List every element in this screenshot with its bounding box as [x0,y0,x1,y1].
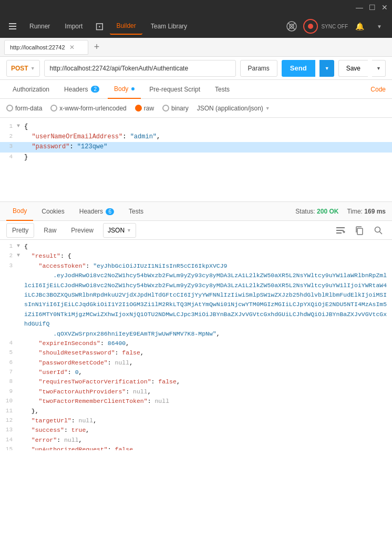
urlencoded-label: x-www-form-urlencoded [59,105,126,112]
code-editor[interactable]: 1 ▼ { 2 "userNameOrEmailAddress": "admin… [0,118,392,202]
new-request-button[interactable]: ⊡ [91,18,108,35]
svg-rect-2 [9,28,16,29]
body-format-bar: form-data x-www-form-urlencoded raw bina… [0,99,392,118]
content-type-dropdown[interactable]: JSON (application/json) ▼ [197,105,270,112]
save-button[interactable]: Save [338,60,368,77]
response-tab-body[interactable]: Body [6,202,33,221]
resp-line-7: 7 "userId": 0, [0,368,392,377]
maximize-button[interactable]: ☐ [369,4,375,11]
content-type-label: JSON (application/json) [197,105,263,112]
urlencoded-option[interactable]: x-www-form-urlencoded [50,105,126,112]
chevron-button[interactable]: ▼ [371,18,388,35]
binary-radio[interactable] [162,105,169,112]
resp-line-12: 12 "targetUrl": null, [0,416,392,426]
satellite-icon-button[interactable] [283,18,300,35]
response-tabs: Body Cookies Headers 6 Tests Status: 200… [0,202,392,221]
tab-close-button[interactable]: ✕ [68,44,76,51]
code-line-3: 3 "password": "123qwe" [0,142,392,152]
url-tab[interactable]: http://localhost:22742 ✕ [4,40,88,55]
runner-label: Runner [29,23,50,30]
sidebar-toggle-button[interactable] [4,18,21,35]
tab-headers[interactable]: Headers 2 [58,80,106,99]
content-type-chevron-icon: ▼ [265,106,270,111]
code-line-2: 2 "userNameOrEmailAddress": "admin", [0,132,392,142]
time-value: 169 ms [364,208,386,215]
request-bar: POST ▼ Params Send ▼ Save ▼ [0,57,392,80]
builder-tab[interactable]: Builder [110,18,142,35]
resp-line-13: 13 "success": true, [0,426,392,435]
bell-button[interactable]: 🔔 [351,18,368,35]
status-value: 200 OK [317,208,338,215]
params-button[interactable]: Params [240,60,277,77]
urlencoded-radio[interactable] [50,105,57,112]
resp-line-15: 15 "unAuthorizedRequest": false, [0,445,392,450]
minimize-button[interactable]: — [356,4,363,11]
fold-1[interactable]: ▼ [17,122,24,132]
response-format-bar: Pretty Raw Preview JSON ▼ [0,221,392,240]
tests-label: Tests [215,86,230,93]
response-headers-label: Headers [79,208,103,215]
team-library-tab[interactable]: Team Library [145,18,193,35]
save-dropdown-button[interactable]: ▼ [372,60,386,77]
line-number-2: 2 [2,132,17,142]
response-body-label: Body [13,207,27,215]
tab-body[interactable]: Body [108,80,141,99]
copy-button[interactable] [352,223,367,238]
runner-button[interactable]: Runner [23,18,56,35]
resp-line-3: 3 "accessToken": "eyJhbGciOiJIUzI1NiIsIn… [0,261,392,339]
sync-area: SYNC OFF 🔔 ▼ [283,18,388,35]
url-input[interactable] [44,60,236,77]
format-preview-button[interactable]: Preview [66,223,99,238]
builder-label: Builder [116,22,136,29]
line-number-3: 3 [2,142,17,152]
response-tests-label: Tests [129,208,143,215]
raw-option[interactable]: raw [135,105,154,112]
import-label: Import [65,23,82,30]
headers-label: Headers [64,86,88,93]
method-dropdown[interactable]: POST ▼ [6,60,40,77]
response-cookies-label: Cookies [42,208,64,215]
tab-pre-request[interactable]: Pre-request Script [143,80,207,99]
response-tab-tests[interactable]: Tests [122,202,150,221]
response-format-dropdown[interactable]: JSON ▼ [103,223,136,238]
search-button[interactable] [371,223,386,238]
response-body[interactable]: 1 ▼ { 2 ▼ "result": { 3 "accessToken": "… [0,240,392,450]
svg-rect-10 [357,228,363,235]
team-library-label: Team Library [151,23,187,30]
format-raw-button[interactable]: Raw [38,223,61,238]
code-button[interactable]: Code [370,86,386,93]
send-button[interactable]: Send [282,60,315,77]
format-chevron-icon: ▼ [127,228,131,233]
code-line-4: 4 } [0,153,392,163]
resp-line-1: 1 ▼ { [0,242,392,251]
tab-bar: http://localhost:22742 ✕ + [0,38,392,57]
line-number-1: 1 [2,122,17,132]
sync-off-label: SYNC OFF [321,24,348,29]
tab-authorization[interactable]: Authorization [6,80,56,99]
resp-line-14: 14 "error": null, [0,435,392,445]
tab-tests[interactable]: Tests [209,80,236,99]
line-number-4: 4 [2,153,17,163]
svg-rect-0 [9,23,16,24]
send-dropdown-button[interactable]: ▼ [319,60,334,77]
form-data-radio[interactable] [6,105,13,112]
resp-line-5: 5 "shouldResetPassword": false, [0,348,392,358]
svg-rect-1 [9,26,16,27]
response-tab-headers[interactable]: Headers 6 [73,202,120,221]
resp-line-10: 10 "twoFactorRememberClientToken": null [0,397,392,406]
response-headers-badge: 6 [106,208,114,215]
wrap-lines-button[interactable] [333,223,348,238]
svg-rect-7 [336,227,345,228]
url-tab-text: http://localhost:22742 [10,44,65,50]
response-tab-cookies[interactable]: Cookies [35,202,70,221]
body-label: Body [114,85,128,93]
resp-line-6: 6 "passwordResetCode": null, [0,358,392,368]
close-button[interactable]: ✕ [381,4,388,11]
binary-option[interactable]: binary [162,105,189,112]
form-data-option[interactable]: form-data [6,105,42,112]
add-tab-button[interactable]: + [90,41,103,54]
format-pretty-button[interactable]: Pretty [6,223,34,238]
code-label: Code [370,86,386,93]
import-button[interactable]: Import [58,18,89,35]
raw-radio[interactable] [135,105,142,112]
